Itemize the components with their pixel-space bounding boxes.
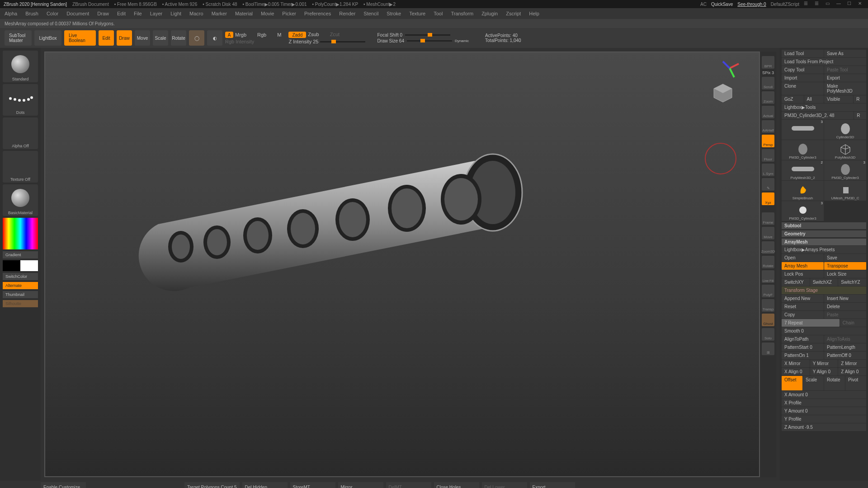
texture-swatch[interactable]: Texture Off [3,151,38,183]
cube-gizmo[interactable] [709,80,736,107]
color-picker[interactable] [3,218,38,249]
minimize-icon[interactable]: — [836,1,843,7]
menu-stroke[interactable]: Stroke [387,11,401,16]
xprofile-button[interactable]: X Profile [782,399,866,407]
menu-file[interactable]: File [134,11,142,16]
tool-thumb[interactable]: PolyMesh3D [824,140,866,160]
insertnew-button[interactable]: Insert New [824,295,866,302]
chain-button[interactable]: Chain [840,319,866,327]
lsym-button[interactable]: L.Sym [762,164,774,176]
aligntoaxis-button[interactable]: AlignToAxis [824,335,866,343]
menu-movie[interactable]: Movie [261,11,274,16]
close-holes-button[interactable]: Close Holes [434,482,479,488]
patternlength-slider[interactable]: PatternLength [824,343,866,351]
delete-button[interactable]: Delete [824,303,866,310]
visible-button[interactable]: Visible [824,95,853,103]
m-button[interactable]: M [277,32,281,38]
white-swatch[interactable] [20,260,38,271]
menu-icon-2[interactable]: ☰ [815,1,821,7]
maximize-icon[interactable]: ☐ [847,1,854,7]
live-boolean-button[interactable]: Live Boolean [64,30,96,46]
lockpos-button[interactable]: Lock Pos [782,270,824,278]
open-button[interactable]: Open [782,254,824,262]
yamount-slider[interactable]: Y Amount 0 [782,407,866,415]
menu-marker[interactable]: Marker [212,11,227,16]
menu-alpha[interactable]: Alpha [5,11,17,16]
subtool-header[interactable]: Subtool [782,222,866,229]
quicksave-button[interactable]: QuickSave [711,2,733,7]
transp-button[interactable]: Transp [762,299,774,312]
rotate-tab[interactable]: Rotate [824,376,845,390]
arraymesh-button[interactable]: Array Mesh [782,262,824,270]
appendnew-button[interactable]: Append New [782,295,824,302]
stroke-swatch[interactable]: Dots [3,84,38,116]
move-button[interactable]: Move [135,30,150,46]
mirror-button[interactable]: Mirror [338,482,383,488]
linefill-button[interactable]: Line Fill [762,270,774,283]
switchyz-button[interactable]: SwitchYZ [838,278,866,286]
silhoutte-button[interactable]: Silhoutte [3,300,38,307]
zamount-slider[interactable]: Z Amount -9.5 [782,423,866,431]
load-project-button[interactable]: Load Tools From Project [782,58,866,66]
scale-tab[interactable]: Scale [803,376,824,390]
menu-macro[interactable]: Macro [189,11,203,16]
menu-edit[interactable]: Edit [117,11,126,16]
menu-layer[interactable]: Layer [150,11,163,16]
axis-gizmo[interactable] [718,57,741,80]
gradient-button[interactable]: Gradient [3,251,38,258]
zsub-button[interactable]: Zsub [308,32,319,38]
bpr-button[interactable]: BPR [762,56,774,69]
rgb-intensity[interactable]: Rgb Intensity [225,39,281,44]
canvas[interactable] [44,52,760,477]
gizmo-button[interactable]: ◯ [189,30,204,46]
switchxz-button[interactable]: SwitchXZ [810,278,838,286]
zmirror-button[interactable]: Z Mirror [838,360,866,367]
save-button[interactable]: Save [824,254,866,262]
aahalf-button[interactable]: AAHalf [762,120,774,133]
tool-thumb[interactable]: 3PM3D_Cylinder3 [824,160,866,180]
lightbox-button[interactable]: LightBox [34,30,61,46]
switchxy-button[interactable]: SwitchXY [782,278,810,286]
actual-button[interactable]: Actual [762,106,774,118]
load-tool-button[interactable]: Load Tool [782,50,824,57]
seethrough-slider[interactable]: See-through 0 [737,2,766,7]
patternon-slider[interactable]: PatternOn 1 [782,352,824,359]
export-button-b[interactable]: Export [530,482,575,488]
menu-color[interactable]: Color [47,11,58,16]
storemt-button[interactable]: StoreMT [290,482,335,488]
menu-light[interactable]: Light [170,11,181,16]
del-lower-button[interactable]: Del Lower [482,482,527,488]
menu-zplugin[interactable]: Zplugin [481,11,498,16]
ghost-button[interactable]: Ghost [762,314,774,326]
smooth-slider[interactable]: Smooth 0 [782,327,866,335]
paste-tool-button[interactable]: Paste Tool [824,66,866,74]
ymirror-button[interactable]: Y Mirror [810,360,838,367]
menu-tool[interactable]: Tool [434,11,443,16]
sculptris-button[interactable]: ◐ [207,30,222,46]
edit-button-v[interactable]: ✎ [762,178,774,191]
transpose-button[interactable]: Transpose [824,262,866,270]
clone-button[interactable]: Clone [782,82,824,95]
aligntopath-button[interactable]: AlignToPath [782,335,824,343]
save-as-button[interactable]: Save As [824,50,866,57]
move-button-v[interactable]: Move [762,227,774,239]
subtool-master-button[interactable]: SubTool Master [5,30,32,46]
xyz-button[interactable]: Xyz [762,192,774,205]
export-button[interactable]: Export [824,74,866,82]
menu-help[interactable]: Help [529,11,539,16]
thumbnail-button[interactable]: Thumbnail [3,291,38,298]
focal-slider[interactable] [405,34,450,36]
default-zscript[interactable]: DefaultZScript [771,2,799,7]
lightbox-tools-button[interactable]: Lightbox▶Tools [782,103,866,111]
r-button[interactable]: R [854,95,866,103]
locksize-button[interactable]: Lock Size [824,270,866,278]
mrgb-button[interactable]: Mrgb [235,32,246,38]
menu-zscript[interactable]: Zscript [506,11,521,16]
menu-preferences[interactable]: Preferences [304,11,331,16]
geometry-header[interactable]: Geometry [782,230,866,237]
dynamic-label[interactable]: Dynamic [455,39,469,43]
focal-shift[interactable]: Focal Shift 0 [377,33,402,38]
arraymesh-header[interactable]: ArrayMesh [782,239,866,245]
menu-brush[interactable]: Brush [25,11,38,16]
menu-draw[interactable]: Draw [97,11,109,16]
